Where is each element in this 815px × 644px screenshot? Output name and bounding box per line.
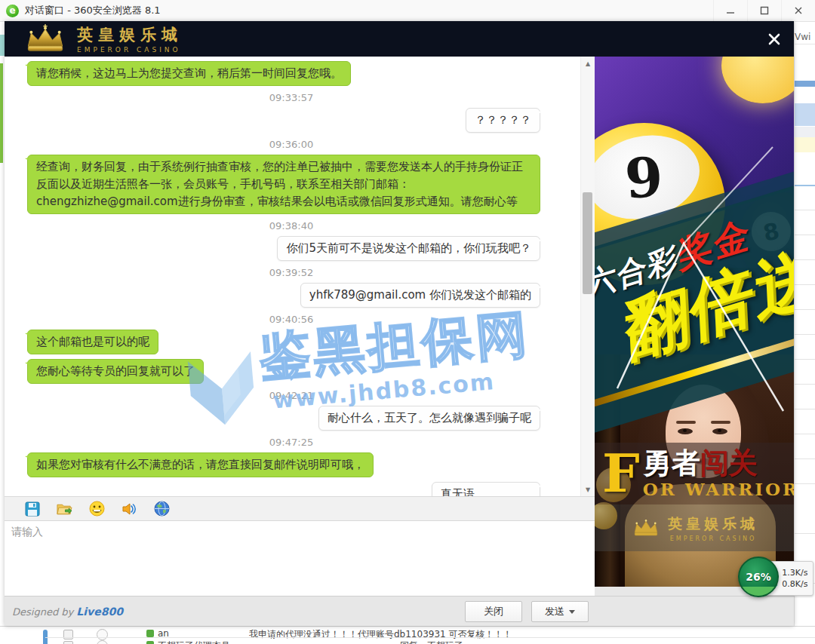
crown-icon (630, 517, 662, 539)
warrior-en: OR WARRIOR (643, 479, 794, 499)
chat-column: 请您稍候，这边马上为您提交查询，稍后第一时间回复您哦。09:33:57？？？？？… (5, 57, 595, 596)
window-title: 对话窗口 - 360安全浏览器 8.1 (25, 4, 161, 17)
bg-yellow-row (795, 137, 815, 152)
message-bubble: 您耐心等待专员的回复就可以了 (27, 359, 204, 384)
ad-brand-cn: 英皇娱乐城 (668, 514, 758, 534)
message-bubble: 耐心什么，五天了。怎么就像遇到骗子呢 (318, 406, 540, 431)
upload-speed: 1.3K/s (782, 568, 807, 578)
promo-ad-banner[interactable]: 9 8 六合彩奖金 翻倍送 (595, 57, 794, 587)
rack-lines-decoration (595, 57, 794, 434)
bg-fragment-green (0, 63, 3, 163)
save-icon[interactable] (24, 501, 40, 517)
chat-messages: 请您稍候，这边马上为您提交查询，稍后第一时间回复您哦。09:33:57？？？？？… (5, 57, 578, 496)
globe-icon[interactable] (154, 501, 170, 517)
bg-checkbox (63, 630, 73, 639)
chat-dialog-window: 英皇娱乐城 EMPEROR CASINO 请您稍候，这边马上为您提交查询，稍后第… (5, 21, 794, 626)
browser-360-icon: e (6, 5, 19, 17)
bg-green-icon (146, 630, 154, 637)
progress-percent: 26% (746, 571, 771, 583)
browser-titlebar: e 对话窗口 - 360安全浏览器 8.1 (0, 0, 815, 22)
designed-by-label: Designed by Live800 (12, 606, 123, 618)
timestamp: 09:47:25 (5, 437, 578, 448)
ad-warrior-band: F 勇者闯关 OR WARRIOR (595, 443, 794, 504)
download-progress-badge[interactable]: 26% (738, 557, 779, 597)
warrior-cn-white: 勇者 (643, 446, 700, 480)
dialog-close-icon[interactable] (765, 30, 783, 48)
dialog-footer: Designed by Live800 关闭 发送 (5, 596, 794, 626)
agent-message: 经查询，财务回复，由于系统例行抽查审核，您的注单已被抽中，需要您发送本人的手持身… (5, 155, 578, 214)
message-input[interactable] (5, 521, 592, 592)
dialog-header: 英皇娱乐城 EMPEROR CASINO (5, 21, 794, 57)
crown-icon (21, 24, 69, 54)
bg-row2-left: 不想玩了代理本号 (158, 639, 230, 644)
user-message: 耐心什么，五天了。怎么就像遇到骗子呢 (5, 406, 578, 431)
bg-row2-right: 回复：不想玩了 (400, 639, 463, 644)
message-bubble: 经查询，财务回复，由于系统例行抽查审核，您的注单已被抽中，需要您发送本人的手持身… (27, 155, 540, 214)
message-bubble: yhfk789@gmail.com 你们说发这个邮箱的 (300, 283, 540, 308)
scroll-down-arrow-icon[interactable]: ▼ (581, 484, 595, 495)
message-bubble: ？？？？？ (466, 108, 540, 133)
bg-text-fragment: Vwi (795, 32, 810, 42)
agent-message: 请您稍候，这边马上为您提交查询，稍后第一时间回复您哦。 (5, 61, 578, 86)
bg-lightblue-block (795, 103, 815, 126)
timestamp: 09:39:52 (5, 267, 578, 278)
chat-scrollbar[interactable]: ▲ ▼ (580, 57, 595, 496)
chat-toolbar (5, 496, 595, 521)
close-window-button[interactable] (781, 0, 815, 21)
emoticon-icon[interactable] (89, 501, 105, 517)
scroll-up-arrow-icon[interactable]: ▲ (581, 58, 595, 69)
agent-message: 您耐心等待专员的回复就可以了 (5, 359, 578, 384)
user-message: ？？？？？ (5, 108, 578, 133)
warrior-letter-f: F (602, 447, 640, 500)
timestamp: 09:40:56 (5, 314, 578, 325)
user-message: 你们5天前可不是说发这个邮箱的，你们玩我吧？ (5, 236, 578, 261)
ad-brand-en: EMPEROR CASINO (670, 535, 757, 542)
scrollbar-thumb[interactable] (583, 192, 592, 294)
warrior-cn-red: 闯关 (700, 446, 758, 480)
maximize-button[interactable] (747, 0, 781, 21)
timestamp: 09:42:21 (5, 390, 578, 401)
message-bubble: 你们5天前可不是说发这个邮箱的，你们玩我吧？ (277, 236, 540, 261)
send-button[interactable]: 发送 (531, 601, 589, 622)
download-speed: 0.8K/s (782, 579, 807, 589)
message-bubble: 真无语，。。。。 (432, 482, 540, 496)
timestamp: 09:36:00 (5, 139, 578, 150)
close-chat-button[interactable]: 关闭 (465, 601, 522, 622)
bg-avatar-circle (97, 629, 108, 640)
timestamp: 09:33:57 (5, 92, 578, 103)
send-dropdown-caret-icon[interactable] (569, 610, 575, 617)
message-bubble: 如果您对审核有什么不满意的话，请您直接回复邮件说明即可哦， (27, 452, 374, 477)
brand-logo: 英皇娱乐城 EMPEROR CASINO (21, 24, 183, 54)
ad-brand-band: 英皇娱乐城 EMPEROR CASINO (595, 504, 794, 551)
user-message: yhfk789@gmail.com 你们说发这个邮箱的 (5, 283, 578, 308)
message-bubble: 请您稍候，这边马上为您提交查询，稍后第一时间回复您哦。 (27, 61, 351, 86)
bg-blue-band (795, 81, 815, 87)
chat-message-area: 请您稍候，这边马上为您提交查询，稍后第一时间回复您哦。09:33:57？？？？？… (5, 57, 595, 496)
message-bubble: 这个邮箱也是可以的呢 (27, 330, 158, 354)
minimize-button[interactable] (713, 0, 747, 21)
agent-message: 这个邮箱也是可以的呢 (5, 330, 578, 354)
brand-name-en: EMPEROR CASINO (77, 46, 183, 54)
live800-logo: Live800 (76, 606, 123, 618)
background-page-bottom: an 我申请的代理没通过！！！代理账号db1103931 可否复核！！！ 不想玩… (0, 626, 815, 644)
agent-message: 如果您对审核有什么不满意的话，请您直接回复邮件说明即可哦， (5, 452, 578, 477)
timestamp: 09:38:40 (5, 220, 578, 232)
brand-name-cn: 英皇娱乐城 (77, 24, 183, 45)
background-page-right (794, 21, 815, 644)
user-message: 真无语，。。。。 (5, 482, 578, 496)
audio-icon[interactable] (121, 501, 137, 517)
folder-open-icon[interactable] (57, 501, 72, 517)
message-input-area (5, 521, 595, 596)
